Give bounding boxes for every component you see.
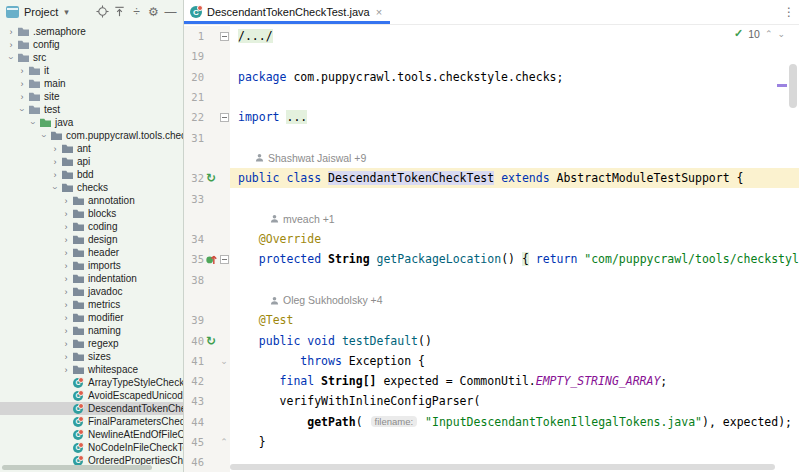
editor-vertical-scrollbar[interactable] (789, 64, 797, 108)
chevron-collapsed-icon[interactable]: › (6, 27, 16, 37)
code-line-text[interactable]: /.../ (230, 26, 799, 46)
settings-gear-icon[interactable]: ⚙ (145, 3, 162, 20)
chevron-expanded-icon[interactable]: › (6, 53, 16, 63)
chevron-collapsed-icon[interactable]: › (61, 313, 71, 323)
code-line-text[interactable]: final String[] expected = CommonUtil.EMP… (230, 371, 799, 391)
code-line-text[interactable]: public class DescendantTokenCheckTest ex… (230, 168, 799, 188)
chevron-collapsed-icon[interactable]: › (50, 157, 60, 167)
tree-item-regexp[interactable]: ›regexp (0, 337, 183, 350)
chevron-collapsed-icon[interactable]: › (61, 261, 71, 271)
tree-item-checks[interactable]: ›checks (0, 181, 183, 194)
gutter[interactable]: 31 (184, 127, 230, 147)
next-problem-icon[interactable]: ⌄ (777, 29, 785, 39)
tree-item-src[interactable]: ›src (0, 51, 183, 64)
run-test-icon[interactable]: ↻ (204, 172, 218, 184)
tree-item-main[interactable]: ›main (0, 77, 183, 90)
tree-item-design[interactable]: ›design (0, 233, 183, 246)
fold-collapse-icon[interactable] (218, 32, 230, 41)
error-stripe-mark[interactable] (777, 84, 787, 87)
code-line-text[interactable]: } (230, 432, 799, 452)
tree-item-imports[interactable]: ›imports (0, 259, 183, 272)
chevron-collapsed-icon[interactable]: › (61, 248, 71, 258)
hide-panel-icon[interactable]: — (162, 3, 179, 20)
chevron-collapsed-icon[interactable]: › (61, 326, 71, 336)
gutter[interactable]: 1 (184, 26, 230, 46)
run-test-icon[interactable]: ↻ (204, 335, 218, 347)
code-line-text[interactable]: @Override (230, 229, 799, 249)
code-line-text[interactable]: throws Exception { (230, 351, 799, 371)
chevron-collapsed-icon[interactable]: › (61, 209, 71, 219)
tree-item-ant[interactable]: ›ant (0, 142, 183, 155)
chevron-collapsed-icon[interactable]: › (61, 222, 71, 232)
gutter[interactable]: 34 (184, 229, 230, 249)
tree-item-java[interactable]: ›java (0, 116, 183, 129)
code-line-text[interactable]: @Test (230, 310, 799, 330)
tree-item-config[interactable]: ›config (0, 38, 183, 51)
gutter[interactable] (184, 148, 230, 168)
gutter[interactable]: 42 (184, 371, 230, 391)
tree-item-annotation[interactable]: ›annotation (0, 194, 183, 207)
gutter[interactable]: 35 (184, 249, 230, 269)
gutter[interactable]: 38 (184, 270, 230, 290)
chevron-collapsed-icon[interactable]: › (61, 300, 71, 310)
gutter[interactable] (184, 290, 230, 310)
tree-item-sizes[interactable]: ›sizes (0, 350, 183, 363)
chevron-collapsed-icon[interactable]: › (61, 235, 71, 245)
fold-collapse-icon[interactable] (218, 113, 230, 122)
chevron-collapsed-icon[interactable]: › (61, 274, 71, 284)
code-line-text[interactable]: verifyWithInlineConfigParser( (230, 391, 799, 411)
gutter[interactable]: 21 (184, 87, 230, 107)
chevron-expanded-icon[interactable]: › (50, 183, 60, 193)
locate-file-icon[interactable] (94, 3, 111, 20)
inspections-widget[interactable]: ✓ 10 ⌃ ⌄ (734, 27, 785, 40)
gutter[interactable]: 22 (184, 107, 230, 127)
tree-item-coding[interactable]: ›coding (0, 220, 183, 233)
chevron-expanded-icon[interactable]: › (17, 105, 27, 115)
code-line-text[interactable]: protected String getPackageLocation() { … (230, 249, 799, 269)
tree-item-arraytypestylechecktest[interactable]: CArrayTypeStyleCheckTest (0, 376, 183, 389)
fold-range-icon[interactable]: ⌃ (218, 437, 230, 447)
tree-item-api[interactable]: ›api (0, 155, 183, 168)
author-label[interactable]: mveach +1 (283, 213, 335, 225)
chevron-collapsed-icon[interactable]: › (61, 287, 71, 297)
gutter[interactable]: 20 (184, 67, 230, 87)
tab-close-icon[interactable]: × (376, 6, 382, 18)
chevron-expanded-icon[interactable]: › (39, 131, 49, 141)
code-line-text[interactable]: public void testDefault() (230, 330, 799, 350)
fold-collapse-icon[interactable] (218, 255, 230, 264)
tree-item-whitespace[interactable]: ›whitespace (0, 363, 183, 376)
gutter[interactable] (184, 209, 230, 229)
tree-item-modifier[interactable]: ›modifier (0, 311, 183, 324)
author-label[interactable]: Oleg Sukhodolsky +4 (283, 294, 383, 306)
gutter[interactable]: 33 (184, 188, 230, 208)
code-line-text[interactable]: getPath( filename: "InputDescendantToken… (230, 412, 799, 432)
chevron-collapsed-icon[interactable]: › (17, 66, 27, 76)
author-label[interactable]: Shashwat Jaiswal +9 (268, 152, 366, 164)
chevron-collapsed-icon[interactable]: › (61, 365, 71, 375)
chevron-collapsed-icon[interactable]: › (17, 92, 27, 102)
chevron-collapsed-icon[interactable]: › (61, 339, 71, 349)
project-dropdown-chevron-icon[interactable]: ▾ (64, 7, 69, 17)
tree-item-avoidescapedunicodecharacterschecktest[interactable]: CAvoidEscapedUnicodeCharactersCheckTest (0, 389, 183, 402)
chevron-collapsed-icon[interactable]: › (50, 144, 60, 154)
tree-item-newlineatendoffilechecktest[interactable]: CNewlineAtEndOfFileCheckTest (0, 428, 183, 441)
override-method-icon[interactable] (204, 252, 218, 266)
editor-kebab-menu-icon[interactable]: ⋮ (783, 0, 795, 24)
tab-descendant-token-check-test[interactable]: C DescendantTokenCheckTest.java × (184, 0, 390, 24)
chevron-collapsed-icon[interactable]: › (6, 40, 16, 50)
expand-all-icon[interactable]: ÷ (128, 3, 145, 20)
chevron-expanded-icon[interactable]: › (28, 118, 38, 128)
gutter[interactable]: 45⌃ (184, 432, 230, 452)
tree-item-nocodeinfilechecktest[interactable]: CNoCodeInFileCheckTest (0, 441, 183, 454)
tree-item--semaphore[interactable]: ›.semaphore (0, 25, 183, 38)
gutter[interactable]: 40↻ (184, 330, 230, 350)
code-line-text[interactable]: import ... (230, 107, 799, 127)
tree-item-javadoc[interactable]: ›javadoc (0, 285, 183, 298)
gutter[interactable]: 43 (184, 391, 230, 411)
tree-horizontal-scrollbar[interactable] (2, 465, 152, 470)
collapse-all-icon[interactable] (111, 3, 128, 20)
chevron-collapsed-icon[interactable]: › (17, 79, 27, 89)
tree-item-naming[interactable]: ›naming (0, 324, 183, 337)
tree-item-finalparameterschecktest[interactable]: CFinalParametersCheckTest (0, 415, 183, 428)
tree-item-com-puppycrawl-tools-checkstyle[interactable]: ›com.puppycrawl.tools.checkstyle (0, 129, 183, 142)
